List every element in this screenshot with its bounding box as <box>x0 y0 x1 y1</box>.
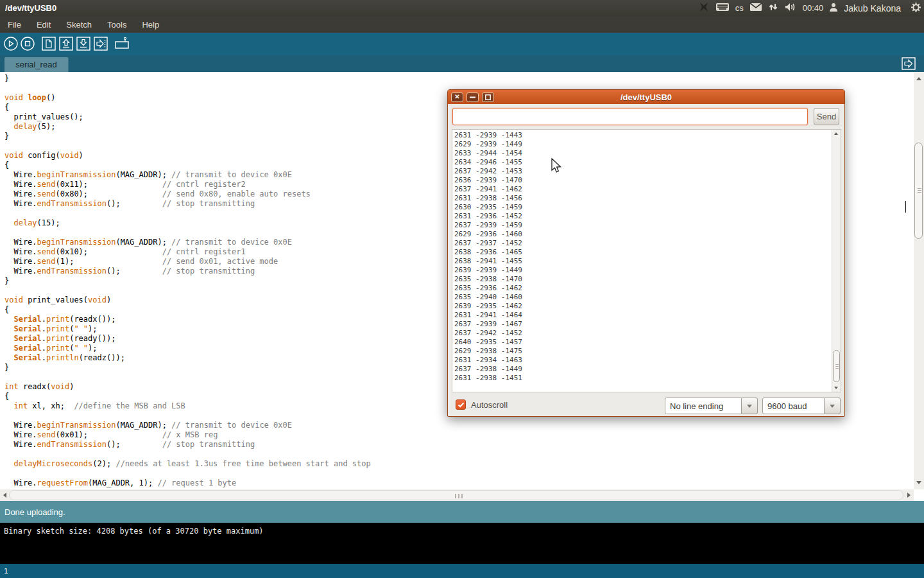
vertical-scrollbar-thumb[interactable] <box>914 143 923 239</box>
send-button-label: Send <box>817 112 836 121</box>
menu-sketch[interactable]: Sketch <box>58 16 99 33</box>
chevron-down-icon[interactable] <box>825 398 841 414</box>
maximize-icon[interactable] <box>482 92 494 102</box>
menu-edit[interactable]: Edit <box>29 16 58 33</box>
code-text: } void loop(){ print_values(); delay(5);… <box>4 74 371 488</box>
user-name[interactable]: Jakub Kakona <box>844 3 901 13</box>
scroll-down-icon[interactable] <box>916 481 921 484</box>
chevron-down-icon[interactable] <box>742 398 758 414</box>
save-button[interactable] <box>76 37 90 51</box>
keyboard-layout-label[interactable]: cs <box>735 3 744 13</box>
tab-bar: serial_read <box>0 55 924 72</box>
serial-monitor-window: /dev/ttyUSB0 ✕ Send 2631 -2939 -1443 262… <box>447 89 845 417</box>
horizontal-scrollbar-thumb[interactable] <box>9 490 903 500</box>
send-button[interactable]: Send <box>814 108 839 125</box>
open-button[interactable] <box>59 37 73 51</box>
serial-monitor-button[interactable] <box>114 37 128 51</box>
upload-button[interactable] <box>94 37 108 51</box>
text-caret <box>905 201 906 213</box>
scroll-up-icon[interactable] <box>916 77 921 80</box>
horizontal-scrollbar[interactable] <box>0 489 914 501</box>
serial-monitor-titlebar[interactable]: /dev/ttyUSB0 ✕ <box>448 90 844 104</box>
volume-icon[interactable] <box>784 2 797 14</box>
mouse-cursor <box>551 158 562 177</box>
window-title: /dev/ttyUSB0 <box>5 3 56 13</box>
mail-icon[interactable] <box>749 3 762 13</box>
network-updown-icon[interactable] <box>768 2 778 14</box>
scroll-right-icon[interactable] <box>907 493 911 498</box>
stop-button[interactable] <box>21 37 35 51</box>
serial-scrollbar-thumb[interactable] <box>833 350 840 382</box>
close-icon[interactable]: ✕ <box>451 92 463 102</box>
new-sketch-button[interactable] <box>42 37 56 51</box>
clock[interactable]: 00:40 <box>803 3 824 13</box>
serial-output-area[interactable]: 2631 -2939 -1443 2629 -2939 -1449 2633 -… <box>452 129 841 392</box>
serial-input[interactable] <box>452 108 808 125</box>
sync-x-icon[interactable] <box>698 1 710 15</box>
status-message: Done uploading. <box>4 507 65 517</box>
vertical-scrollbar[interactable] <box>914 72 924 489</box>
autoscroll-label[interactable]: Autoscroll <box>471 400 508 410</box>
serial-scroll-up-icon[interactable] <box>834 132 838 135</box>
serial-scrollbar[interactable] <box>832 130 841 392</box>
serial-output-text: 2631 -2939 -1443 2629 -2939 -1449 2633 -… <box>454 131 826 389</box>
tab-serial-read[interactable]: serial_read <box>4 57 68 72</box>
scroll-left-icon[interactable] <box>3 493 6 498</box>
autoscroll-checkbox[interactable] <box>456 399 466 410</box>
serial-monitor-controls: Autoscroll No line ending 9600 baud <box>448 392 844 417</box>
tab-menu-button[interactable] <box>902 57 916 70</box>
screen: /dev/ttyUSB0 cs 00:40 Jakub Kakona <box>0 0 924 578</box>
serial-monitor-title: /dev/ttyUSB0 <box>448 92 844 102</box>
menu-help[interactable]: Help <box>134 16 167 33</box>
line-ending-dropdown[interactable]: No line ending <box>665 398 758 414</box>
tab-label: serial_read <box>15 60 56 69</box>
editor-status-line: 1 <box>0 564 924 578</box>
baud-rate-dropdown[interactable]: 9600 baud <box>762 398 841 414</box>
menu-bar: File Edit Sketch Tools Help <box>0 16 924 33</box>
user-icon <box>829 3 838 14</box>
minimize-icon[interactable] <box>466 92 479 102</box>
status-bar: Done uploading. <box>0 501 924 523</box>
menu-file[interactable]: File <box>0 16 29 33</box>
system-tray: cs 00:40 Jakub Kakona <box>698 0 921 16</box>
console-text: Binary sketch size: 4208 bytes (of a 307… <box>4 527 264 536</box>
line-ending-value[interactable]: No line ending <box>665 398 742 414</box>
console-output: Binary sketch size: 4208 bytes (of a 307… <box>0 523 924 564</box>
top-panel: /dev/ttyUSB0 cs 00:40 Jakub Kakona <box>0 0 924 16</box>
verify-button[interactable] <box>4 37 18 51</box>
keyboard-icon[interactable] <box>715 3 730 13</box>
baud-rate-value[interactable]: 9600 baud <box>762 398 825 414</box>
serial-scroll-down-icon[interactable] <box>834 387 838 389</box>
toolbar <box>0 33 924 55</box>
menu-tools[interactable]: Tools <box>99 16 134 33</box>
line-number: 1 <box>4 567 8 575</box>
session-gear-icon[interactable] <box>911 2 921 15</box>
